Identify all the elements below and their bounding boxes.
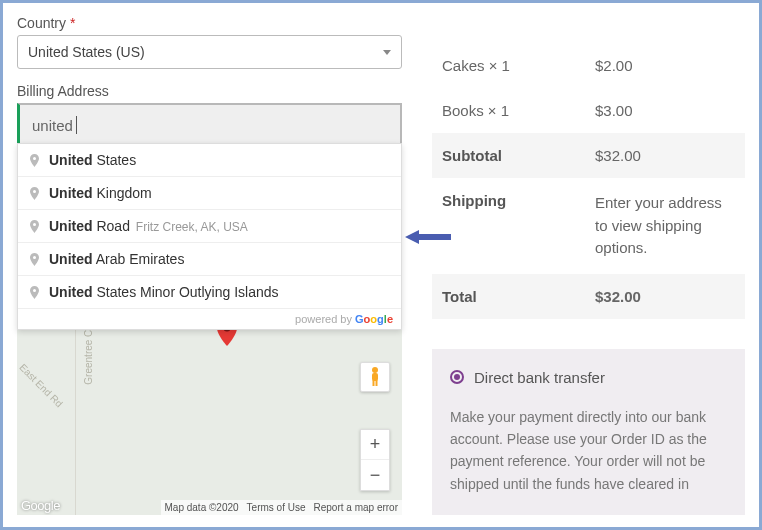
- powered-by-google: powered by Google: [18, 309, 401, 329]
- map-road-label: East End Rd: [17, 362, 64, 409]
- payment-box: Direct bank transfer Make your payment d…: [432, 349, 745, 516]
- map-data-label: Map data ©2020: [165, 502, 239, 513]
- billing-label: Billing Address: [17, 83, 402, 99]
- map-pin-icon: [30, 286, 39, 299]
- order-total-row: Total $32.00: [432, 274, 745, 319]
- chevron-down-icon: [383, 50, 391, 55]
- order-shipping-row: Shipping Enter your address to view ship…: [432, 178, 745, 274]
- svg-marker-6: [405, 230, 419, 244]
- zoom-control: + −: [360, 429, 390, 491]
- payment-description: Make your payment directly into our bank…: [450, 406, 727, 496]
- zoom-out-button[interactable]: −: [361, 460, 389, 490]
- map-pin-icon: [30, 220, 39, 233]
- suggestion-item[interactable]: United States: [18, 144, 401, 177]
- map-road: [17, 300, 41, 515]
- autocomplete-dropdown: United States United Kingdom United Road…: [17, 143, 402, 330]
- suggestion-item[interactable]: United States Minor Outlying Islands: [18, 276, 401, 309]
- map-pin-icon: [30, 187, 39, 200]
- radio-icon: [450, 370, 464, 384]
- map-pin-icon: [30, 154, 39, 167]
- suggestion-item[interactable]: United Kingdom: [18, 177, 401, 210]
- map-road: [75, 300, 76, 515]
- suggestion-item[interactable]: United Arab Emirates: [18, 243, 401, 276]
- order-subtotal-row: Subtotal $32.00: [432, 133, 745, 178]
- pegman-icon[interactable]: [360, 362, 390, 392]
- suggestion-item[interactable]: United Road Fritz Creek, AK, USA: [18, 210, 401, 243]
- order-row: Books × 1 $3.00: [432, 88, 745, 133]
- zoom-in-button[interactable]: +: [361, 430, 389, 460]
- svg-rect-4: [376, 380, 378, 386]
- terms-link[interactable]: Terms of Use: [247, 502, 306, 513]
- annotation-arrow-icon: [405, 228, 453, 246]
- country-label: Country *: [17, 15, 402, 31]
- google-logo: Google: [21, 498, 60, 513]
- map-widget[interactable]: East End Rd Greentree Cr + − Map data ©2…: [17, 300, 402, 515]
- map-pin-icon: [30, 253, 39, 266]
- payment-option[interactable]: Direct bank transfer: [450, 369, 727, 386]
- report-link[interactable]: Report a map error: [314, 502, 398, 513]
- svg-rect-3: [373, 380, 375, 386]
- map-road-label: Greentree Cr: [83, 326, 94, 384]
- text-cursor: [76, 116, 77, 134]
- svg-rect-2: [372, 373, 378, 381]
- required-mark: *: [70, 15, 75, 31]
- country-value: United States (US): [28, 44, 145, 60]
- map-attribution: Map data ©2020 Terms of Use Report a map…: [161, 500, 402, 515]
- country-select[interactable]: United States (US): [17, 35, 402, 69]
- billing-address-input[interactable]: united: [17, 103, 402, 147]
- order-row: Cakes × 1 $2.00: [432, 43, 745, 88]
- svg-point-1: [372, 367, 378, 373]
